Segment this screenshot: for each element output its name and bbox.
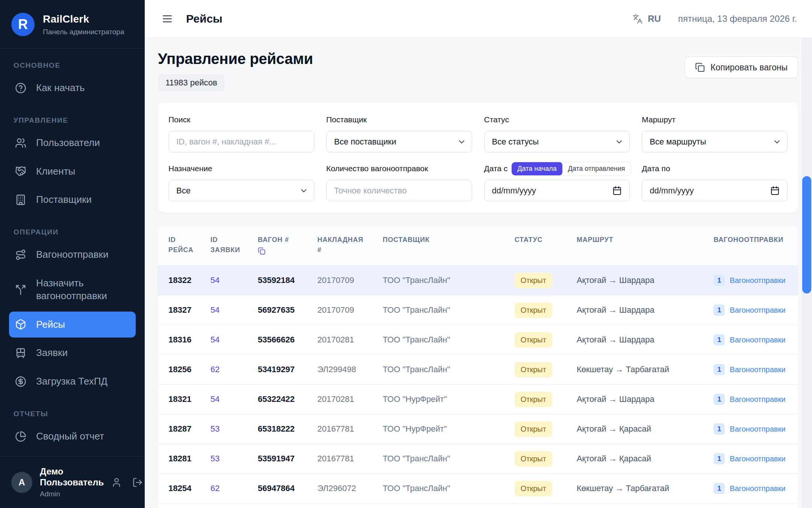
shipments-count-badge: 1: [714, 423, 725, 435]
copy-icon: [695, 62, 705, 72]
supplier-cell: ТОО "НурФрейт": [383, 424, 447, 433]
sidebar-item-trips[interactable]: Рейсы: [9, 312, 136, 338]
invoice-number-cell: ЭЛ296072: [317, 484, 356, 493]
main-area: Рейсы RU пятница, 13 февраля 2026 г. Упр…: [145, 0, 812, 508]
wagon-count-input[interactable]: [326, 180, 472, 201]
copy-wagons-label: Копировать вагоны: [710, 62, 788, 73]
request-id-link[interactable]: 62: [211, 365, 220, 374]
destination-field: Назначение Все: [168, 161, 314, 201]
user-meta: Демо Пользователь Admin: [40, 466, 104, 498]
request-id-link[interactable]: 62: [211, 484, 220, 493]
shipments-label: Вагоноотправки: [730, 276, 785, 284]
column-header-7: ВАГОНООТПРАВКИ: [704, 226, 798, 266]
trip-row[interactable]: 18327545692763520170709ТОО "ТрансЛайн"От…: [158, 295, 798, 325]
sidebar-item-users[interactable]: Пользователи: [9, 130, 136, 156]
menu-toggle-button[interactable]: [161, 13, 173, 25]
route-cell: Ақтоғай → Шардара: [577, 275, 654, 285]
column-header-2: ВАГОН #: [249, 226, 308, 266]
sidebar-item-suppliers[interactable]: Поставщики: [9, 187, 136, 213]
trip-row[interactable]: 182546256947864ЭЛ296072ТОО "ТрансЛайн"От…: [158, 474, 798, 503]
language-code: RU: [648, 14, 661, 24]
wagon-number-cell: 53591947: [258, 454, 295, 463]
toggle-start-date[interactable]: Дата начала: [512, 162, 562, 175]
request-id-link[interactable]: 54: [211, 335, 220, 344]
status-badge: Открыт: [515, 392, 552, 407]
sidebar-item-wagon-shipments[interactable]: Вагоноотправки: [9, 242, 136, 268]
trip-row[interactable]: 18321546532242220170281ТОО "НурФрейт"Отк…: [158, 385, 798, 414]
pie-chart-icon: [15, 431, 26, 442]
status-badge: Открыт: [515, 303, 552, 318]
date-from-input[interactable]: dd/mm/yyyy: [484, 180, 630, 201]
topbar: Рейсы RU пятница, 13 февраля 2026 г.: [145, 0, 812, 38]
sidebar-item-assign-shipments[interactable]: Назначить вагоноотправки: [9, 270, 136, 309]
building-icon: [15, 194, 26, 205]
request-id-link[interactable]: 54: [211, 305, 220, 315]
menu-icon: [161, 13, 173, 25]
language-switcher[interactable]: RU: [632, 14, 661, 24]
trip-row[interactable]: 18287536531822220167781ТОО "НурФрейт"Отк…: [158, 414, 798, 444]
trip-id-cell: 18316: [168, 335, 191, 344]
date-from-label-row: Дата с Дата начала Дата отправления: [484, 161, 630, 176]
calendar-icon[interactable]: [612, 186, 622, 195]
route-select[interactable]: Все маршруты: [642, 131, 788, 152]
search-field: Поиск: [168, 113, 314, 152]
date-from-field: Дата с Дата начала Дата отправления dd/m…: [484, 161, 630, 201]
trip-row[interactable]: 18281535359194720167781ТОО "ТрансЛайн"От…: [158, 444, 798, 474]
date-to-value: dd/mm/yyyy: [650, 186, 694, 196]
profile-button[interactable]: [111, 477, 122, 488]
sidebar-item-clients[interactable]: Клиенты: [9, 158, 136, 185]
column-header-6: МАРШРУТ: [568, 226, 704, 266]
invoice-number-cell: 20167781: [317, 424, 354, 433]
logout-button[interactable]: [132, 477, 143, 488]
scrollbar-track[interactable]: [801, 38, 812, 508]
request-id-link[interactable]: 54: [211, 275, 220, 285]
scrollbar-thumb[interactable]: [802, 176, 811, 294]
table-body: 18322545359218420170709ТОО "ТрансЛайн"От…: [158, 266, 798, 508]
status-select[interactable]: Все статусы: [484, 131, 630, 152]
trip-row[interactable]: 18315545356590920170281ТОО "ТрансЛайн"От…: [158, 503, 798, 508]
trip-id-cell: 18256: [168, 365, 191, 374]
trip-row[interactable]: 18316545356662620170281ТОО "ТрансЛайн"От…: [158, 325, 798, 355]
shipments-label: Вагоноотправки: [730, 306, 785, 314]
shipments-count-badge: 1: [714, 334, 725, 345]
request-id-link[interactable]: 54: [211, 394, 220, 404]
sidebar-item-label: Рейсы: [36, 318, 65, 331]
destination-select[interactable]: Все: [168, 180, 314, 201]
sidebar-item-label: Клиенты: [36, 165, 75, 178]
invoice-number-cell: 20167781: [317, 454, 354, 463]
column-header-1: ID ЗАЯВКИ: [201, 226, 249, 266]
dollar-circle-icon: [15, 376, 26, 387]
nav-section-label: ОПЕРАЦИИ: [14, 228, 131, 236]
route-cell: Көкшетау → Тарбағатай: [577, 484, 669, 493]
date-from-label: Дата с: [484, 164, 508, 173]
copy-wagons-button[interactable]: Копировать вагоны: [685, 56, 798, 78]
sidebar-item-techpd-upload[interactable]: Загрузка ТехПД: [9, 368, 136, 395]
date-to-label: Дата по: [642, 161, 788, 176]
supplier-select[interactable]: Все поставщики: [326, 131, 472, 152]
user-name: Демо Пользователь: [40, 466, 104, 488]
calendar-icon[interactable]: [770, 186, 780, 195]
copy-wagon-numbers-icon[interactable]: [258, 247, 265, 255]
sidebar-item-requests[interactable]: Заявки: [9, 340, 136, 366]
page-title: Управление рейсами: [158, 50, 313, 67]
search-input[interactable]: [168, 131, 314, 152]
request-id-link[interactable]: 53: [211, 424, 220, 433]
route-label: Маршрут: [642, 113, 788, 127]
request-id-link[interactable]: 53: [211, 454, 220, 463]
date-to-field: Дата по dd/mm/yyyy: [642, 161, 788, 201]
current-date: пятница, 13 февраля 2026 г.: [678, 14, 797, 24]
supplier-cell: ТОО "ТрансЛайн": [383, 484, 450, 493]
sidebar-item-getting-started[interactable]: Как начать: [9, 75, 136, 101]
sidebar-item-summary-report[interactable]: Сводный отчет: [9, 423, 136, 450]
shipments-count-badge: 1: [714, 483, 725, 494]
search-label: Поиск: [168, 113, 314, 127]
route-cell: Көкшетау → Тарбағатай: [577, 365, 669, 374]
invoice-number-cell: 20170709: [317, 305, 354, 315]
invoice-number-cell: ЭЛ299498: [317, 365, 356, 374]
trip-row[interactable]: 18322545359218420170709ТОО "ТрансЛайн"От…: [158, 266, 798, 295]
trips-table: ID РЕЙСАID ЗАЯВКИВАГОН #НАКЛАДНАЯ #ПОСТА…: [158, 226, 798, 508]
trip-row[interactable]: 182566253419297ЭЛ299498ТОО "ТрансЛайн"От…: [158, 355, 798, 385]
date-to-input[interactable]: dd/mm/yyyy: [642, 180, 788, 201]
sidebar-item-label: Заявки: [36, 347, 68, 359]
toggle-departure-date[interactable]: Дата отправления: [562, 162, 631, 175]
